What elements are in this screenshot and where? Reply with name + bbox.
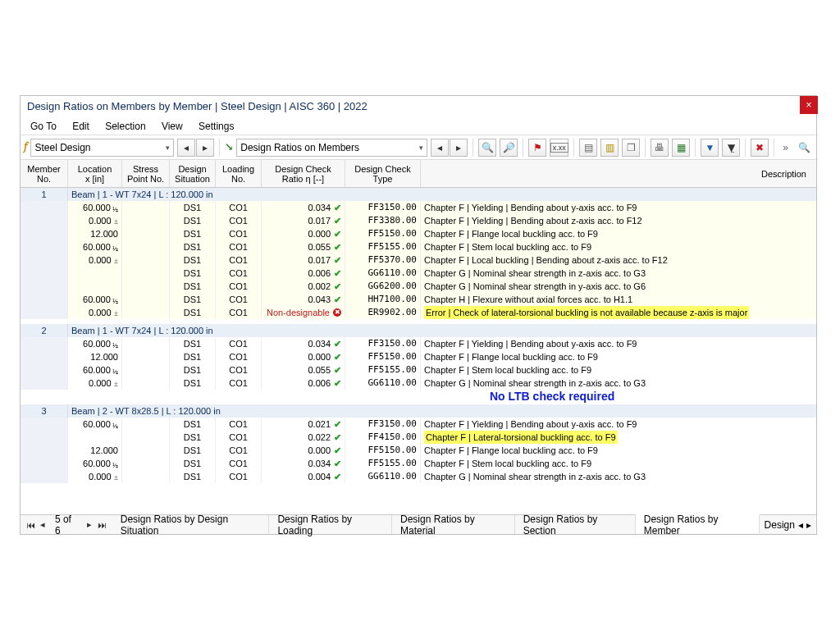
tabs-scroll-left[interactable]: ◂ [798,519,803,531]
table-row[interactable]: 12.000 DS1 CO1 0.000✔ FF5150.00 Chapter … [21,227,816,240]
checkmark-icon: ✔ [334,418,341,431]
checkmark-icon: ✔ [334,431,341,444]
pager: ⏮ ◂ 5 of 6 ▸ ⏭ [21,514,112,536]
zoom-out-button[interactable]: 🔎 [500,139,518,157]
zoom-in-button[interactable]: 🔍 [478,139,496,157]
prev-design-button[interactable]: ◂ [177,139,195,157]
magnifier-plus-icon: 🔍 [482,142,494,153]
export-excel-button[interactable]: ▦ [672,139,690,157]
checkmark-icon: ✔ [334,457,341,470]
checkmark-icon: ✔ [334,363,341,377]
col-situation[interactable]: Design Situation [170,160,216,187]
filter-button[interactable]: ▼ [701,139,719,157]
table-row[interactable]: 12.000 DS1 CO1 0.000✔ FF5150.00 Chapter … [21,444,816,457]
table-row[interactable]: 60.000 ¹⁄₂ DS1 CO1 0.021✔ FF3150.00 Chap… [21,418,816,431]
printer-icon: 🖶 [655,142,664,153]
group-header[interactable]: 1 Beam | 1 - WT 7x24 | L : 120.000 in [21,188,816,201]
table-row[interactable]: DS1 CO1 0.022✔ FF4150.00 Chapter F | Lat… [21,431,816,444]
table-row[interactable]: 0.000 ± DS1 CO1 0.004✔ GG6110.00 Chapter… [21,470,816,483]
menubar: Go To Edit Selection View Settings [21,117,816,135]
col-location[interactable]: Location x [in] [68,160,122,187]
show-formula-button[interactable]: x.xx [550,139,568,157]
tab-by-material[interactable]: Design Ratios by Material [392,515,515,534]
group-header[interactable]: 3 Beam | 2 - WT 8x28.5 | L : 120.000 in [21,404,816,418]
window-icon: ❐ [627,142,636,153]
menu-view[interactable]: View [155,117,189,135]
pager-label: 5 of 6 [50,514,83,536]
error-icon: ✖ [333,308,341,317]
magnifier-minus-icon: 🔎 [503,142,515,153]
toolbar: 𝑓 Steel Design ▾ ◂ ▸ ↘ Design Ratios on … [21,135,816,160]
new-window-button[interactable]: ❐ [622,139,640,157]
gear-icon: 🔍 [798,142,810,153]
tab-by-design-situation[interactable]: Design Ratios by Design Situation [112,515,270,534]
show-detail-button[interactable]: ⚑ [528,139,546,157]
checkmark-icon: ✔ [334,293,341,306]
grid-body: 1 Beam | 1 - WT 7x24 | L : 120.000 in 60… [21,188,816,488]
menu-goto[interactable]: Go To [24,117,63,135]
group-header[interactable]: 2 Beam | 1 - WT 7x24 | L : 120.000 in [21,324,816,337]
table-row[interactable]: 60.000 ¹⁄₂ DS1 CO1 0.055✔ FF5155.00 Chap… [21,363,816,377]
funnel-icon: ▼ [705,142,714,153]
table-row[interactable]: 0.000 ± DS1 CO1 Non-designable✖ ER9902.0… [21,306,816,319]
menu-settings[interactable]: Settings [192,117,240,135]
options-button[interactable]: 🔍 [795,139,813,157]
funnel-gear-icon: ▼̤ [728,142,735,153]
tab-design[interactable]: Design [765,519,795,531]
table-row[interactable]: 60.000 ¹⁄₂ DS1 CO1 0.034✔ FF3150.00 Chap… [21,337,816,350]
col-loading[interactable]: Loading No. [216,160,262,187]
table-row[interactable]: 60.000 ¹⁄₂ DS1 CO1 0.034✔ FF3150.00 Chap… [21,201,816,214]
table-row[interactable]: DS1 CO1 0.002✔ GG6200.00 Chapter G | Nom… [21,280,816,293]
table-row[interactable]: 60.000 ¹⁄₂ DS1 CO1 0.034✔ FF5155.00 Chap… [21,457,816,470]
tabs-overflow: Design ◂ ▸ [760,519,816,531]
pager-prev[interactable]: ◂ [38,519,48,530]
checkmark-icon: ✔ [334,253,341,267]
col-desc[interactable]: Description [421,160,816,187]
checkmark-icon: ✔ [334,240,341,253]
titlebar: Design Ratios on Members by Member | Ste… [21,96,816,117]
next-table-button[interactable]: ▸ [450,139,468,157]
checkmark-icon: ✔ [334,267,341,280]
print-button[interactable]: 🖶 [651,139,669,157]
clear-icon: ✖ [756,142,764,153]
col-ratio[interactable]: Design Check Ratio η [--] [262,160,345,187]
window-title: Design Ratios on Members by Member | Ste… [27,100,368,112]
menu-edit[interactable]: Edit [66,117,96,135]
tab-by-section[interactable]: Design Ratios by Section [515,515,636,534]
more-icon[interactable]: » [779,142,792,153]
table-row[interactable]: 12.000 DS1 CO1 0.000✔ FF5150.00 Chapter … [21,350,816,363]
close-button[interactable]: × [800,96,818,114]
checkmark-icon: ✔ [334,350,341,363]
design-type-combo[interactable]: Steel Design ▾ [30,139,174,157]
checkmark-icon: ✔ [334,201,341,214]
checkmark-icon: ✔ [334,280,341,293]
layout-vert-icon: ▥ [605,142,614,153]
table-row[interactable]: 0.000 ± DS1 CO1 0.017✔ FF5370.00 Chapter… [21,253,816,267]
app-window: Design Ratios on Members by Member | Ste… [20,95,817,535]
clear-button[interactable]: ✖ [751,139,769,157]
prev-table-button[interactable]: ◂ [431,139,449,157]
table-row[interactable]: DS1 CO1 0.006✔ GG6110.00 Chapter G | Nom… [21,267,816,280]
col-stress[interactable]: Stress Point No. [122,160,170,187]
split-horiz-button[interactable]: ▤ [579,139,597,157]
menu-selection[interactable]: Selection [98,117,152,135]
design-ratios-icon: ↘ [225,141,233,153]
split-vert-button[interactable]: ▥ [600,139,619,157]
layout-horiz-icon: ▤ [584,142,593,153]
tab-by-loading[interactable]: Design Ratios by Loading [269,515,392,534]
col-member[interactable]: Member No. [21,160,68,187]
filter-config-button[interactable]: ▼̤ [722,139,740,157]
next-design-button[interactable]: ▸ [196,139,214,157]
pager-last[interactable]: ⏭ [97,520,107,530]
table-row[interactable]: 0.000 ± DS1 CO1 0.006✔ GG6110.00 Chapter… [21,377,816,390]
tabs-scroll-right[interactable]: ▸ [806,519,811,531]
tab-by-member[interactable]: Design Ratios by Member [636,514,760,533]
pager-next[interactable]: ▸ [84,519,95,530]
table-row[interactable]: 0.000 ± DS1 CO1 0.017✔ FF3380.00 Chapter… [21,214,816,227]
col-type[interactable]: Design Check Type [345,160,421,187]
pager-first[interactable]: ⏮ [25,520,36,530]
table-combo[interactable]: Design Ratios on Members ▾ [236,139,427,157]
tab-strip: ⏮ ◂ 5 of 6 ▸ ⏭ Design Ratios by Design S… [21,514,816,534]
table-row[interactable]: 60.000 ¹⁄₂ DS1 CO1 0.043✔ HH7100.00 Chap… [21,293,816,306]
table-row[interactable]: 60.000 ¹⁄₂ DS1 CO1 0.055✔ FF5155.00 Chap… [21,240,816,253]
